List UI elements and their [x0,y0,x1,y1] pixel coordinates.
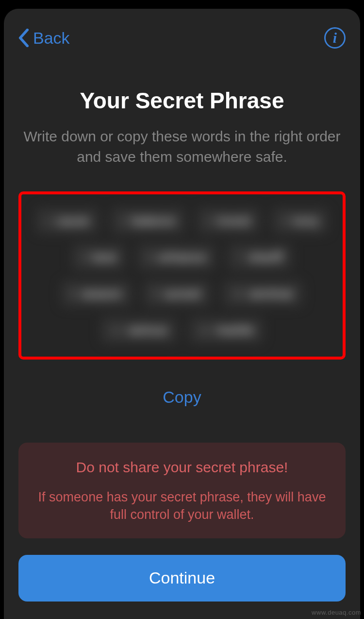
phrase-chip[interactable]: 4ivory [272,208,328,234]
phrase-chip-word: marble [215,323,254,338]
phrase-chip[interactable]: 10seminar [223,281,303,307]
phrase-chip-index: 2 [120,215,126,227]
phrase-chip[interactable]: 3invest [198,208,260,234]
warning-title: Do not share your secret phrase! [32,459,332,476]
phrase-chip[interactable]: 1cause [36,208,99,234]
page-title: Your Secret Phrase [18,87,346,114]
phrase-chip-word: season [81,286,122,301]
phrase-chip-word: ivory [292,213,319,228]
phrase-chip-index: 4 [281,215,287,227]
info-icon: i [333,30,337,46]
phrase-chip-word: shariff [248,250,282,265]
phrase-chip[interactable]: 12marble [189,317,263,343]
phrase-chip-index: 12 [199,324,210,337]
phrase-chip-word: best [92,250,116,265]
phrase-chip-index: 11 [110,324,122,337]
warning-text: If someone has your secret phrase, they … [32,488,332,524]
phrase-chip-index: 9 [153,288,159,300]
phrase-chip-word: various [127,323,167,338]
back-label: Back [33,29,70,48]
phrase-chip-index: 8 [70,288,76,300]
header-bar: Back i [18,23,346,52]
phrase-chip-index: 6 [147,251,153,264]
page-subtitle: Write down or copy these words in the ri… [18,126,346,167]
phrase-chip-index: 5 [82,251,87,264]
phrase-chip[interactable]: 7shariff [228,244,292,270]
watermark: www.deuaq.com [312,609,361,616]
modal-sheet: Back i Your Secret Phrase Write down or … [4,9,360,619]
phrase-chip-word: cause [56,213,89,228]
phrase-chip-word: invest [217,213,250,228]
back-button[interactable]: Back [18,29,70,48]
phrase-chip-word: balance [132,213,176,228]
chevron-left-icon [18,29,29,47]
secret-phrase-box: 1cause2balance3invest4ivory5best6enhance… [18,191,346,360]
warning-banner: Do not share your secret phrase! If some… [18,443,346,538]
phrase-chip[interactable]: 5best [72,244,125,270]
phrase-chip-index: 3 [207,215,213,227]
phrase-chip-index: 7 [237,251,243,264]
phrase-chip[interactable]: 6enhance [138,244,215,270]
phrase-chip-word: sunset [164,286,201,301]
phrase-chip[interactable]: 8season [61,281,131,307]
copy-button[interactable]: Copy [18,388,346,407]
phrase-chip-word: enhance [158,250,207,265]
phrase-chip[interactable]: 9sunset [144,281,210,307]
phrase-chip[interactable]: 2balance [111,208,184,234]
continue-button[interactable]: Continue [18,555,346,602]
phrase-chip-index: 1 [45,215,51,227]
info-button[interactable]: i [324,27,346,49]
phrase-chip-word: seminar [248,286,293,301]
phrase-chip-list: 1cause2balance3invest4ivory5best6enhance… [31,208,333,343]
phrase-chip[interactable]: 11various [101,317,177,343]
phrase-chip-index: 10 [232,288,244,300]
